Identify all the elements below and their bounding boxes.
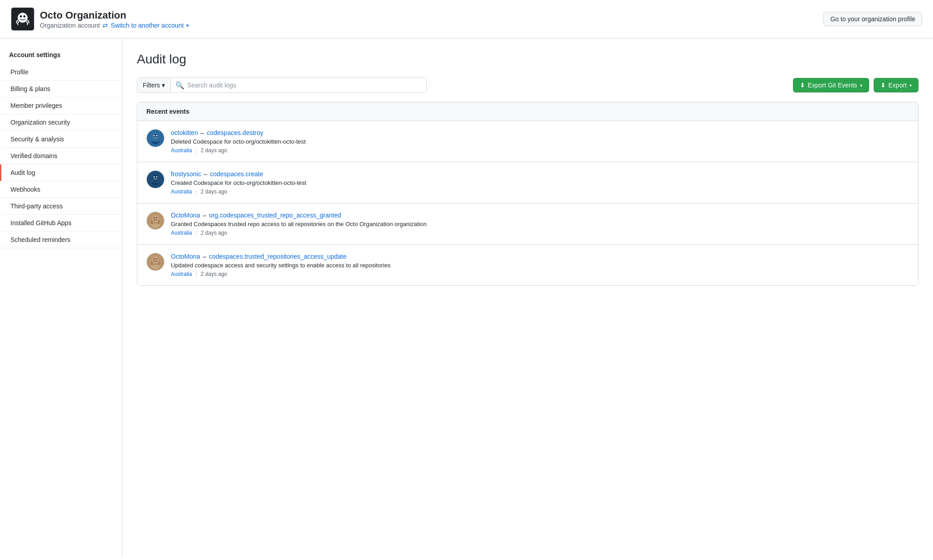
event-actor-link[interactable]: OctoMona — [171, 212, 200, 219]
event-location-link[interactable]: Australia — [171, 188, 192, 195]
sidebar-item-org-security[interactable]: Organization security — [0, 114, 122, 131]
svg-point-16 — [154, 217, 155, 218]
table-row: octokitten – codespaces.destroy Deleted … — [137, 121, 918, 162]
search-icon: 🔍 — [175, 81, 184, 90]
org-type-label: Organization account — [40, 22, 100, 29]
filter-bar-right: ⬇ Export Git Events ▾ ⬇ Export ▾ — [793, 78, 918, 92]
event-meta-divider: | — [196, 147, 197, 154]
switch-icon: ⇄ — [102, 22, 108, 29]
sidebar-item-webhooks[interactable]: Webhooks — [0, 181, 122, 198]
go-to-profile-button[interactable]: Go to your organization profile — [823, 12, 922, 26]
export-git-events-label: Export Git Events — [808, 82, 857, 89]
sidebar-item-third-party-access[interactable]: Third-party access — [0, 198, 122, 215]
filters-chevron-icon: ▾ — [162, 82, 165, 89]
sidebar-item-member-privileges[interactable]: Member privileges — [0, 97, 122, 114]
export-download-icon: ⬇ — [880, 82, 886, 89]
export-git-events-chevron-icon: ▾ — [860, 83, 862, 88]
sidebar: Account settings Profile Billing & plans… — [0, 39, 122, 558]
event-action-link[interactable]: codespaces.trusted_repositories_access_u… — [209, 253, 347, 260]
sidebar-item-scheduled-reminders[interactable]: Scheduled reminders — [0, 232, 122, 248]
svg-point-15 — [152, 215, 159, 222]
table-row: OctoMona – org.codespaces_trusted_repo_a… — [137, 203, 918, 245]
event-body: OctoMona – codespaces.trusted_repositori… — [171, 253, 909, 277]
event-location-link[interactable]: Australia — [171, 271, 192, 277]
svg-point-3 — [23, 15, 25, 18]
event-meta-divider: | — [196, 230, 197, 236]
event-title: OctoMona – org.codespaces_trusted_repo_a… — [171, 212, 909, 219]
switch-account-link[interactable]: Switch to another account — [111, 22, 184, 29]
sidebar-item-profile[interactable]: Profile — [0, 64, 122, 81]
search-input[interactable] — [187, 82, 422, 89]
sidebar-item-verified-domains[interactable]: Verified domains — [0, 148, 122, 164]
events-panel: Recent events — [137, 102, 918, 286]
table-row: frostysonic – codespaces.create Created … — [137, 162, 918, 203]
event-title: frostysonic – codespaces.create — [171, 170, 909, 178]
export-git-events-button[interactable]: ⬇ Export Git Events ▾ — [793, 78, 869, 92]
event-separator: – — [201, 129, 206, 136]
sidebar-heading: Account settings — [0, 48, 122, 64]
avatar-frostysonic — [147, 171, 164, 188]
svg-point-8 — [154, 135, 155, 136]
event-title: OctoMona – codespaces.trusted_repositori… — [171, 253, 909, 260]
event-separator: – — [203, 253, 208, 260]
org-name: Octo Organization — [40, 9, 189, 22]
org-subtitle: Organization account ⇄ Switch to another… — [40, 22, 189, 29]
svg-point-12 — [154, 176, 155, 178]
sidebar-item-billing[interactable]: Billing & plans — [0, 81, 122, 97]
switch-chevron-icon: ▾ — [186, 23, 189, 29]
octocat-icon — [11, 7, 34, 31]
event-location-link[interactable]: Australia — [171, 147, 192, 154]
event-body: OctoMona – org.codespaces_trusted_repo_a… — [171, 212, 909, 236]
event-time: 2 days ago — [201, 230, 227, 236]
event-body: frostysonic – codespaces.create Created … — [171, 170, 909, 195]
sidebar-item-installed-apps[interactable]: Installed GitHub Apps — [0, 215, 122, 232]
event-action-link[interactable]: codespaces.destroy — [207, 129, 264, 136]
export-label: Export — [889, 82, 907, 89]
svg-point-11 — [152, 175, 158, 181]
filter-bar: Filters ▾ 🔍 ⬇ Export Git Events ▾ ⬇ Expo… — [137, 77, 918, 93]
export-button[interactable]: ⬇ Export ▾ — [874, 78, 918, 92]
event-separator: – — [203, 212, 208, 219]
avatar-image — [147, 129, 164, 147]
search-wrapper: 🔍 — [171, 81, 426, 90]
svg-point-9 — [156, 135, 157, 136]
event-description: Updated codespace access and security se… — [171, 262, 909, 269]
event-time: 2 days ago — [201, 147, 227, 154]
event-meta-divider: | — [196, 271, 197, 277]
avatar-octomona-2 — [147, 253, 164, 270]
main-content: Audit log Filters ▾ 🔍 ⬇ Export Git Event… — [122, 39, 933, 558]
event-actor-link[interactable]: OctoMona — [171, 253, 200, 260]
avatar — [146, 170, 164, 188]
avatar-octomona — [147, 212, 164, 229]
events-panel-header: Recent events — [137, 102, 918, 121]
page-header: Octo Organization Organization account ⇄… — [0, 0, 933, 39]
svg-point-21 — [156, 258, 157, 260]
event-description: Created Codespace for octo-org/octokitte… — [171, 179, 909, 186]
sidebar-item-security-analysis[interactable]: Security & analysis — [0, 131, 122, 148]
event-actor-link[interactable]: octokitten — [171, 129, 198, 136]
event-meta: Australia | 2 days ago — [171, 188, 909, 195]
svg-point-20 — [154, 258, 155, 260]
sidebar-item-audit-log[interactable]: Audit log — [0, 164, 122, 181]
event-separator: – — [204, 170, 209, 178]
event-description: Deleted Codespace for octo-org/octokitte… — [171, 138, 909, 145]
svg-point-17 — [156, 217, 157, 218]
export-chevron-icon: ▾ — [909, 83, 912, 88]
event-action-link[interactable]: org.codespaces_trusted_repo_access_grant… — [209, 212, 341, 219]
svg-point-19 — [152, 256, 159, 263]
avatar — [146, 129, 164, 147]
org-info: Octo Organization Organization account ⇄… — [40, 9, 189, 29]
event-actor-link[interactable]: frostysonic — [171, 170, 201, 178]
event-action-link[interactable]: codespaces.create — [210, 170, 264, 178]
event-meta: Australia | 2 days ago — [171, 230, 909, 236]
avatar-image — [147, 253, 164, 271]
avatar-image — [147, 212, 164, 230]
event-location-link[interactable]: Australia — [171, 230, 192, 236]
event-title: octokitten – codespaces.destroy — [171, 129, 909, 136]
event-meta: Australia | 2 days ago — [171, 271, 909, 277]
event-body: octokitten – codespaces.destroy Deleted … — [171, 129, 909, 154]
svg-point-13 — [156, 176, 157, 178]
table-row: OctoMona – codespaces.trusted_repositori… — [137, 245, 918, 285]
filters-label: Filters — [143, 82, 160, 89]
filters-button[interactable]: Filters ▾ — [137, 78, 171, 92]
